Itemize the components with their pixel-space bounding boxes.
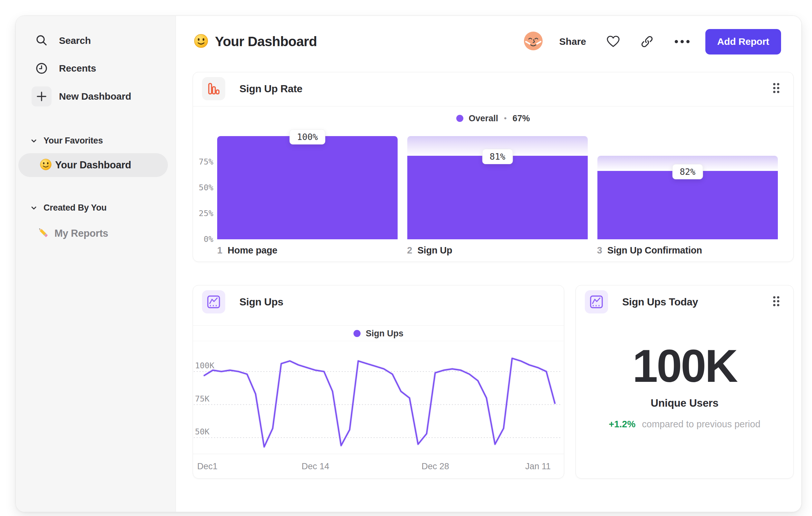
line-legend[interactable]: Sign Ups	[193, 328, 564, 339]
add-report-button[interactable]: Add Report	[705, 29, 781, 55]
clock-icon	[34, 61, 49, 76]
y-axis-tick: 50K	[195, 427, 209, 436]
sidebar-item-my-reports[interactable]: My Reports	[37, 225, 108, 242]
funnel-solid-segment	[217, 136, 398, 239]
card-title: Sign Ups	[239, 296, 283, 308]
sidebar-item-label: New Dashboard	[59, 91, 131, 102]
funnel-step-label: 1Home page	[217, 245, 397, 256]
x-axis-tick: Dec 14	[301, 461, 329, 471]
chevron-down-icon	[30, 137, 38, 145]
search-icon	[34, 33, 49, 48]
sidebar-section-created-by-you[interactable]: Created By You	[30, 203, 107, 213]
card-title: Sign Up Rate	[239, 83, 302, 95]
funnel-step-label: 3Sign Up Confirmation	[597, 245, 777, 256]
avatar[interactable]	[523, 31, 543, 52]
pencil-emoji-icon	[37, 226, 50, 241]
funnel-plot: 100%81%82%75%50%25%0%	[217, 136, 778, 239]
sidebar-item-recents[interactable]: Recents	[16, 61, 176, 76]
funnel-bar[interactable]: 81%	[407, 136, 588, 239]
x-axis-tick: Dec 28	[422, 461, 449, 471]
y-axis-tick: 0%	[195, 235, 213, 244]
sidebar-item-new-dashboard[interactable]: New Dashboard	[16, 86, 176, 106]
x-axis-line	[193, 454, 564, 454]
metric-label: Unique Users	[576, 397, 793, 409]
page-title: Your Dashboard	[194, 33, 317, 50]
sidebar-item-your-dashboard[interactable]: Your Dashboard	[18, 153, 168, 177]
divider	[193, 106, 793, 106]
page-header: Your Dashboard Share	[194, 29, 781, 55]
sidebar-item-label: Your Dashboard	[55, 159, 131, 171]
line-chart-icon	[585, 290, 608, 314]
card-sign-up-rate: Sign Up Rate Overall • 67% 100%81%82%75%…	[193, 72, 794, 262]
legend-dot-icon	[456, 115, 463, 122]
line-chart-icon	[202, 290, 225, 314]
section-title: Created By You	[44, 203, 107, 213]
x-axis-tick: Dec1	[197, 461, 218, 471]
bar-chart-icon	[202, 77, 225, 100]
card-sign-ups-today: Sign Ups Today 100K Unique Users +1.2% c…	[576, 285, 794, 479]
sidebar-item-label: My Reports	[54, 228, 108, 239]
funnel-solid-segment	[598, 171, 778, 239]
sidebar-item-label: Recents	[59, 63, 96, 74]
metric-change: +1.2% compared to previous period	[576, 419, 793, 430]
legend-dot-icon	[353, 330, 360, 337]
x-axis-tick: Jan 11	[525, 461, 551, 471]
drag-handle-icon[interactable]	[770, 79, 783, 98]
smiley-emoji-icon	[40, 158, 52, 172]
funnel-bar[interactable]: 100%	[217, 136, 398, 239]
funnel-bar[interactable]: 82%	[598, 136, 778, 239]
link-icon[interactable]	[640, 35, 654, 48]
y-axis-tick: 100K	[195, 361, 214, 370]
card-header: Sign Ups	[202, 290, 555, 314]
change-note: compared to previous period	[642, 419, 760, 429]
sidebar-section-your-favorites[interactable]: Your Favorites	[30, 136, 103, 146]
funnel-labels: 1Home page2Sign Up3Sign Up Confirmation	[217, 245, 777, 256]
drag-handle-icon[interactable]	[770, 293, 783, 311]
y-axis-tick: 25%	[195, 209, 213, 218]
funnel-solid-segment	[407, 156, 588, 239]
divider	[193, 341, 564, 341]
heart-icon[interactable]	[606, 35, 620, 48]
card-sign-ups: Sign Ups Sign Ups 100K75K50K Dec1Dec 14D…	[193, 285, 564, 479]
smiley-emoji-icon	[194, 33, 208, 50]
chevron-down-icon	[30, 204, 38, 212]
metric-value: 100K	[576, 340, 793, 392]
funnel-legend[interactable]: Overall • 67%	[193, 113, 793, 124]
y-axis-tick: 75%	[195, 157, 213, 166]
line-chart	[193, 347, 564, 453]
divider	[193, 325, 564, 326]
funnel-value-tooltip: 82%	[672, 164, 703, 179]
sidebar-item-search[interactable]: Search	[16, 33, 176, 48]
app-window: Search Recents New Dashboard Your Favori…	[16, 16, 802, 512]
card-header: Sign Ups Today	[585, 290, 784, 314]
card-header: Sign Up Rate	[202, 77, 784, 100]
y-axis-tick: 50%	[195, 183, 213, 192]
y-axis-tick: 75K	[195, 394, 209, 403]
plus-icon	[32, 86, 52, 106]
funnel-step-label: 2Sign Up	[407, 245, 587, 256]
funnel-value-tooltip: 100%	[289, 129, 325, 144]
main-content: Your Dashboard Share	[176, 16, 801, 512]
section-title: Your Favorites	[44, 136, 103, 146]
share-button[interactable]: Share	[559, 36, 586, 47]
card-title: Sign Ups Today	[622, 296, 698, 308]
more-icon[interactable]	[674, 39, 691, 44]
header-actions: Share Add Report	[523, 29, 781, 55]
funnel-value-tooltip: 81%	[482, 149, 513, 164]
sidebar-item-label: Search	[59, 35, 91, 46]
sidebar: Search Recents New Dashboard Your Favori…	[16, 16, 176, 512]
change-percent: +1.2%	[609, 419, 635, 429]
